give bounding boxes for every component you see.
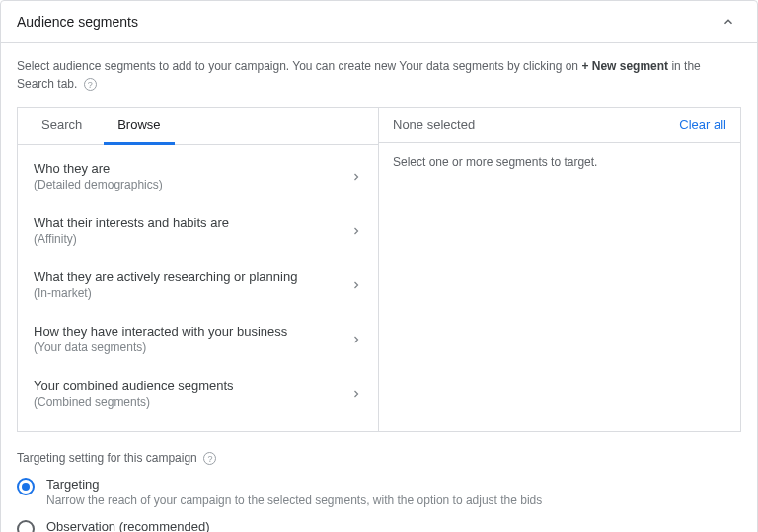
radio-label: Targeting <box>46 477 542 492</box>
clear-all-button[interactable]: Clear all <box>679 117 726 132</box>
targeting-heading-row: Targeting setting for this campaign ? <box>17 450 741 465</box>
radio-description: Narrow the reach of your campaign to the… <box>46 494 542 507</box>
help-icon[interactable]: ? <box>203 452 216 465</box>
selection-hint: Select one or more segments to target. <box>379 143 740 181</box>
segments-panel: Search Browse Who they are (Detailed dem… <box>17 107 741 432</box>
category-item[interactable]: What their interests and habits are (Aff… <box>18 203 378 258</box>
panel-left: Search Browse Who they are (Detailed dem… <box>18 108 379 431</box>
category-subtitle: (Combined segments) <box>34 395 234 409</box>
category-subtitle: (Your data segments) <box>34 341 287 354</box>
targeting-heading: Targeting setting for this campaign <box>17 451 197 465</box>
targeting-settings: Targeting setting for this campaign ? Ta… <box>17 450 741 532</box>
category-subtitle: (Affinity) <box>34 232 229 246</box>
collapse-button[interactable] <box>716 13 741 31</box>
selected-header: None selected Clear all <box>379 108 740 143</box>
category-subtitle: (In-market) <box>34 286 297 300</box>
radio-option-observation[interactable]: Observation (recommended) Don't narrow t… <box>17 519 741 532</box>
tab-browse[interactable]: Browse <box>104 108 174 145</box>
instruction-bold: + New segment <box>581 59 668 73</box>
category-title: Your combined audience segments <box>34 378 234 393</box>
chevron-right-icon <box>350 279 362 291</box>
category-title: What their interests and habits are <box>34 215 229 230</box>
category-item[interactable]: What they are actively researching or pl… <box>18 258 378 312</box>
chevron-right-icon <box>350 171 362 183</box>
help-icon[interactable]: ? <box>84 78 97 91</box>
chevron-right-icon <box>350 225 362 237</box>
radio-icon <box>17 520 35 532</box>
audience-segments-card: Audience segments Select audience segmen… <box>0 0 758 532</box>
category-item[interactable]: Who they are (Detailed demographics) <box>18 149 378 203</box>
tab-search[interactable]: Search <box>28 108 96 144</box>
category-item[interactable]: How they have interacted with your busin… <box>18 312 378 366</box>
instruction-text: Select audience segments to add to your … <box>17 57 741 93</box>
category-subtitle: (Detailed demographics) <box>34 178 163 191</box>
category-list: Who they are (Detailed demographics) Wha… <box>18 145 378 424</box>
instruction-pre: Select audience segments to add to your … <box>17 59 581 73</box>
chevron-right-icon <box>350 388 362 400</box>
radio-option-targeting[interactable]: Targeting Narrow the reach of your campa… <box>17 477 741 507</box>
tabs: Search Browse <box>18 108 378 145</box>
chevron-right-icon <box>350 334 362 345</box>
panel-right: None selected Clear all Select one or mo… <box>379 108 740 431</box>
radio-icon <box>17 478 35 495</box>
category-item[interactable]: Your combined audience segments (Combine… <box>18 366 378 420</box>
category-title: Who they are <box>34 161 163 176</box>
card-title: Audience segments <box>17 14 138 30</box>
card-body: Select audience segments to add to your … <box>1 43 757 532</box>
category-title: What they are actively researching or pl… <box>34 269 297 284</box>
category-title: How they have interacted with your busin… <box>34 324 287 339</box>
radio-label: Observation (recommended) <box>46 519 574 532</box>
card-header: Audience segments <box>1 1 757 43</box>
chevron-up-icon <box>721 15 735 29</box>
none-selected-label: None selected <box>393 117 475 132</box>
